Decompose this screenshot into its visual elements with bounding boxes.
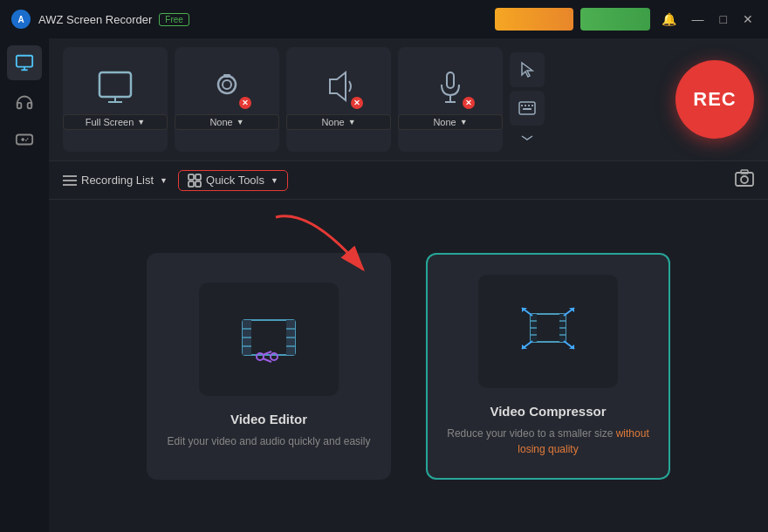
svg-rect-22 — [525, 105, 526, 106]
app-title: AWZ Screen Recorder — [38, 13, 152, 26]
screen-dropdown-icon: ▼ — [137, 118, 145, 126]
more-tools-button[interactable] — [510, 129, 545, 147]
video-compressor-title: Video Compressor — [490, 404, 606, 419]
webcam-icon-wrap: ✕ — [206, 69, 248, 107]
bottom-toolbar: Recording List ▼ Quick Tools ▼ — [49, 161, 768, 200]
video-compressor-card[interactable]: Video Compressor Reduce your video to a … — [426, 253, 670, 480]
video-compressor-icon-box — [478, 275, 618, 388]
svg-rect-15 — [223, 74, 230, 78]
svg-rect-35 — [741, 170, 748, 174]
upgrade-button[interactable] — [495, 8, 573, 31]
titlebar: A AWZ Screen Recorder Free 🔔 — □ ✕ — [0, 0, 768, 38]
video-compressor-svg — [513, 304, 583, 360]
svg-text:A: A — [17, 15, 24, 24]
screen-icon — [94, 69, 136, 107]
svg-point-34 — [741, 176, 748, 183]
webcam-tool-card[interactable]: ✕ None ▼ — [175, 47, 279, 152]
webcam-select[interactable]: None ▼ — [175, 114, 279, 130]
svg-rect-2 — [17, 56, 32, 67]
list-icon — [63, 174, 77, 187]
webcam-label: None — [209, 117, 232, 127]
app-logo-icon: A — [10, 9, 31, 30]
svg-rect-21 — [521, 105, 523, 106]
video-editor-icon-box — [199, 283, 339, 396]
svg-point-13 — [218, 76, 236, 93]
quick-tools-icon — [188, 174, 202, 188]
svg-rect-23 — [528, 105, 530, 106]
mic-dropdown-icon: ▼ — [460, 118, 468, 126]
minimize-icon[interactable]: — — [688, 10, 709, 28]
sidebar — [0, 38, 49, 532]
svg-point-14 — [223, 80, 231, 89]
screen-tool-card[interactable]: Full Screen ▼ — [63, 47, 168, 152]
webcam-dropdown-icon: ▼ — [237, 118, 244, 126]
audio-tool-card[interactable]: ✕ None ▼ — [286, 47, 391, 152]
video-editor-desc: Edit your video and audio quickly and ea… — [168, 433, 371, 449]
maximize-icon[interactable]: □ — [716, 10, 731, 28]
rec-label: REC — [693, 88, 736, 111]
mic-icon-wrap: ✕ — [429, 69, 471, 107]
sidebar-item-game[interactable] — [7, 122, 42, 157]
side-tools — [510, 52, 545, 147]
quick-tools-label: Quick Tools — [206, 174, 264, 187]
webcam-disabled-icon: ✕ — [239, 97, 251, 109]
quick-tools-button[interactable]: Quick Tools ▼ — [178, 170, 288, 191]
video-editor-title: Video Editor — [230, 412, 307, 426]
svg-rect-17 — [447, 72, 454, 88]
svg-line-49 — [263, 358, 271, 362]
sidebar-item-monitor[interactable] — [7, 45, 42, 80]
screenshot-button[interactable] — [735, 169, 754, 191]
svg-rect-24 — [531, 105, 533, 106]
svg-marker-16 — [330, 72, 346, 100]
mic-select[interactable]: None ▼ — [398, 114, 503, 130]
video-editor-card[interactable]: Video Editor Edit your video and audio q… — [147, 253, 391, 480]
main-content: Full Screen ▼ ✕ None — [49, 38, 768, 532]
recording-list-dropdown-icon: ▼ — [160, 176, 168, 185]
svg-rect-30 — [195, 174, 201, 180]
plan-button[interactable] — [580, 8, 650, 31]
svg-point-9 — [25, 140, 27, 141]
svg-rect-10 — [99, 72, 131, 97]
svg-rect-32 — [195, 181, 201, 187]
audio-icon-wrap: ✕ — [318, 69, 360, 107]
svg-rect-25 — [523, 108, 531, 110]
keyboard-tool-button[interactable] — [510, 91, 545, 126]
sidebar-item-audio[interactable] — [7, 84, 42, 119]
screen-select[interactable]: Full Screen ▼ — [63, 114, 168, 130]
quick-tools-dropdown-icon: ▼ — [271, 176, 278, 185]
mic-tool-card[interactable]: ✕ None ▼ — [398, 47, 503, 152]
audio-dropdown-icon: ▼ — [348, 118, 356, 126]
audio-select[interactable]: None ▼ — [286, 114, 391, 130]
mic-disabled-icon: ✕ — [463, 97, 475, 109]
mic-label: None — [433, 117, 456, 127]
recording-list-label: Recording List — [81, 174, 154, 187]
app-body: Full Screen ▼ ✕ None — [0, 38, 768, 532]
svg-rect-31 — [189, 181, 194, 187]
audio-disabled-icon: ✕ — [351, 97, 363, 109]
close-icon[interactable]: ✕ — [738, 10, 758, 28]
audio-label: None — [321, 117, 344, 127]
toolbar-area: Full Screen ▼ ✕ None — [63, 47, 667, 152]
free-badge: Free — [159, 13, 189, 26]
screen-label: Full Screen — [86, 117, 134, 127]
svg-rect-29 — [189, 174, 194, 180]
rec-button[interactable]: REC — [675, 60, 754, 139]
svg-point-8 — [27, 138, 29, 140]
toolbar: Full Screen ▼ ✕ None — [49, 38, 768, 161]
cursor-tool-button[interactable] — [510, 52, 545, 87]
bell-icon[interactable]: 🔔 — [657, 10, 681, 28]
recording-list-button[interactable]: Recording List ▼ — [63, 174, 168, 187]
video-editor-svg — [234, 311, 304, 368]
video-compressor-desc: Reduce your video to a smaller size with… — [445, 426, 651, 457]
cards-area: Video Editor Edit your video and audio q… — [49, 200, 768, 532]
